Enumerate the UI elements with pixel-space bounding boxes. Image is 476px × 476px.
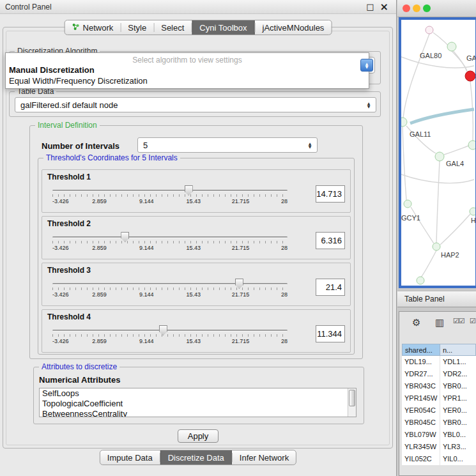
network-node-red[interactable]	[465, 71, 475, 81]
select-all-columns-icon[interactable]: ☑☑	[453, 317, 464, 325]
threshold-slider[interactable]: -3.4262.8599.14415.4321.71528	[51, 277, 289, 304]
threshold-slider[interactable]: -3.4262.8599.14415.4321.71528	[51, 184, 289, 211]
table-cell: YPR1...	[440, 392, 476, 404]
table-cell: YLR3...	[440, 441, 476, 453]
close-traffic-light-icon[interactable]	[403, 4, 410, 12]
table-row[interactable]: YBR043CYBR0...	[402, 380, 476, 392]
network-edge	[411, 207, 434, 243]
scrollbar-thumb[interactable]	[349, 390, 355, 406]
table-row[interactable]: YER054CYER0...	[402, 404, 476, 417]
minimize-traffic-light-icon[interactable]	[413, 4, 420, 12]
threshold-value-input[interactable]	[316, 325, 345, 342]
control-panel-titlebar: Control Panel □ ×	[0, 0, 396, 14]
close-icon[interactable]: ×	[380, 1, 388, 13]
select-column-icon[interactable]: ☑	[470, 317, 476, 325]
apply-button[interactable]: Apply	[178, 429, 219, 443]
table-data-combobox[interactable]: galFiltered.sif default node ▲ ▼	[15, 97, 376, 112]
float-window-icon[interactable]: □	[366, 1, 374, 13]
network-node-green[interactable]	[401, 118, 407, 127]
zoom-traffic-light-icon[interactable]	[423, 4, 431, 12]
table-cell: YER0...	[440, 404, 476, 417]
down-arrow-icon: ▼	[309, 145, 312, 148]
list-item-topologicalcoefficient[interactable]: TopologicalCoefficient	[40, 399, 356, 409]
threshold-slider[interactable]: -3.4262.8599.14415.4321.71528	[51, 324, 289, 351]
table-cell: YBR045C	[402, 417, 440, 429]
table-row[interactable]: YIL052CYIL0...	[402, 453, 476, 465]
table-cell: YBR043C	[402, 380, 440, 392]
network-node-green[interactable]	[433, 243, 440, 250]
slider-ticks	[52, 241, 288, 243]
algorithm-option-manual-discretization[interactable]: Manual Discretization	[6, 65, 369, 75]
table-cell: YBR0...	[440, 380, 476, 392]
titlebar-buttons: □ ×	[366, 1, 388, 13]
table-row[interactable]: YBR045CYBR0...	[402, 417, 476, 429]
tab-cyni-toolbox[interactable]: Cyni Toolbox	[192, 20, 254, 35]
down-arrow-icon: ▼	[367, 105, 371, 108]
tab-select[interactable]: Select	[154, 20, 191, 35]
slider-scale-label: -3.426	[52, 291, 69, 298]
list-scrollbar[interactable]	[348, 388, 356, 417]
tab-label: Network	[83, 23, 114, 33]
slider-scale-label: 21.715	[232, 198, 250, 204]
combo-stepper-icon[interactable]: ▲ ▼	[306, 141, 314, 150]
slider-scale-label: 15.43	[187, 198, 201, 204]
network-node-green[interactable]	[470, 208, 475, 215]
top-tabs: NetworkStyleSelectCyni ToolboxjActiveMNo…	[65, 20, 332, 35]
table-row[interactable]: YPR145WYPR1...	[402, 392, 476, 404]
network-view[interactable]: GAL80GAGAL11GAL4GCY1HHAP2	[399, 17, 476, 288]
table-panel-titlebar: Table Panel	[397, 291, 476, 307]
column-header-2[interactable]: n...	[440, 344, 476, 356]
table-cell: YDR2...	[440, 368, 476, 380]
tab-impute-data[interactable]: Impute Data	[100, 450, 160, 464]
threshold-value-input[interactable]	[316, 279, 345, 296]
control-panel: Control Panel □ × NetworkStyleSelectCyni…	[0, 0, 396, 476]
number-of-intervals-combobox[interactable]: 5 ▲ ▼	[137, 137, 318, 153]
threshold-slider[interactable]: -3.4262.8599.14415.4321.71528	[51, 231, 289, 257]
combo-stepper-icon[interactable]: ▲ ▼	[365, 100, 372, 109]
numerical-attributes-label: Numerical Attributes	[39, 375, 120, 385]
network-node-green[interactable]	[435, 152, 444, 161]
threshold-panel-threshold-4: Threshold 4-3.4262.8599.14415.4321.71528	[42, 309, 351, 353]
table-row[interactable]: YDL19...YDL1...	[402, 356, 476, 368]
threshold-panel-threshold-3: Threshold 3-3.4262.8599.14415.4321.71528	[42, 263, 351, 306]
slider-scale-label: 15.43	[187, 338, 201, 344]
threshold-label: Threshold 4	[47, 312, 91, 321]
threshold-value-input[interactable]	[316, 232, 345, 249]
table-row[interactable]: YDR27...YDR2...	[402, 368, 476, 380]
tab-label: Impute Data	[107, 453, 153, 463]
tab-jactivemnodules[interactable]: jActiveMNodules	[256, 20, 332, 35]
table-row[interactable]: YBL079WYBL0...	[402, 429, 476, 441]
node-label-ga: GA	[466, 54, 475, 62]
slider-track	[52, 330, 288, 332]
tab-discretize-data[interactable]: Discretize Data	[160, 450, 232, 464]
tab-label: Select	[161, 23, 184, 33]
list-item-selfloops[interactable]: SelfLoops	[40, 388, 356, 399]
table-row[interactable]: YLR345WYLR3...	[402, 441, 476, 453]
tab-infer-network[interactable]: Infer Network	[233, 450, 296, 464]
network-node-green[interactable]	[468, 141, 475, 150]
tab-style[interactable]: Style	[121, 20, 153, 35]
numerical-attributes-list[interactable]: SelfLoopsTopologicalCoefficientBetweenne…	[39, 388, 357, 417]
slider-track	[52, 283, 288, 285]
table-cell: YBL079W	[402, 429, 440, 441]
columns-icon[interactable]: ▥	[435, 317, 444, 328]
network-node-pink[interactable]	[426, 26, 433, 34]
network-canvas[interactable]: GAL80GAGAL11GAL4GCY1HHAP2	[401, 20, 475, 286]
settings-gear-icon[interactable]: ⚙	[412, 317, 420, 328]
table-cell: YPR145W	[402, 392, 440, 404]
list-item-betweennesscentrality[interactable]: BetweennessCentrality	[40, 409, 356, 417]
network-edge	[444, 146, 469, 155]
network-edge	[421, 250, 436, 277]
network-node-green[interactable]	[404, 200, 411, 208]
panel-title: Control Panel	[5, 3, 52, 12]
tab-network[interactable]: Network	[65, 20, 121, 35]
table-cell: YIL052C	[402, 453, 440, 465]
threshold-value-input[interactable]	[316, 185, 345, 203]
combo-stepper-icon[interactable]: ▲ ▼	[360, 59, 373, 72]
column-header-1[interactable]: shared...	[402, 344, 440, 356]
network-node-green[interactable]	[447, 42, 456, 51]
network-edge-highlighted	[410, 109, 474, 123]
group-label: Attributes to discretize	[39, 362, 119, 371]
algorithm-option-equal-width-frequency-discretization[interactable]: Equal Width/Frequency Discretization	[6, 75, 369, 86]
network-node-green[interactable]	[417, 277, 424, 284]
